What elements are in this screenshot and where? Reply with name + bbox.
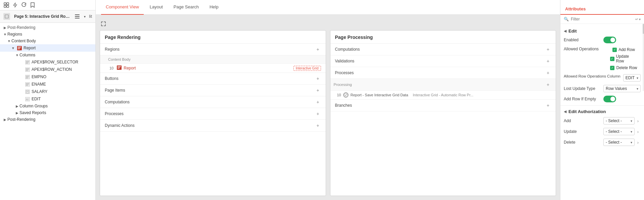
expand-icon[interactable] <box>100 20 107 28</box>
tree-item-ename[interactable]: ENAME <box>0 81 95 88</box>
update-auth-row: Update - Select - ▾ › <box>560 126 644 137</box>
allowed-ops-label: Allowed Operations <box>564 47 601 51</box>
toggle-row-selector <box>19 60 24 64</box>
tab-page-search[interactable]: Page Search <box>169 0 203 15</box>
add-branches-button[interactable]: + <box>545 102 551 108</box>
svg-rect-17 <box>26 68 29 69</box>
add-validations-button[interactable]: + <box>545 58 551 64</box>
tree-item-post-rendering[interactable]: ▶ Post-Rendering <box>0 116 95 123</box>
flash-icon[interactable] <box>12 2 18 8</box>
add-buttons-button[interactable]: + <box>315 76 321 82</box>
process-icon <box>343 92 349 98</box>
add-regions-button[interactable]: + <box>315 46 321 52</box>
report-label: Report <box>24 46 36 50</box>
col-icon-ename <box>25 82 30 87</box>
lit-label: lit <box>89 14 92 19</box>
tree-item-edit[interactable]: AI EDIT <box>0 95 95 103</box>
add-pp-processes-button[interactable]: + <box>545 70 551 76</box>
chevron-down-icon[interactable]: ▾ <box>82 13 88 19</box>
svg-rect-30 <box>27 91 28 92</box>
tree-item-pre-rendering[interactable]: ▶ Post-Rendering <box>0 24 95 31</box>
page-rendering-title: Page Rendering <box>100 31 326 44</box>
tab-component-view[interactable]: Component View <box>101 0 144 15</box>
filter-input[interactable] <box>571 17 633 21</box>
add-auth-value: - Select - ▾ › <box>603 117 641 124</box>
tree-item-apex-row-selector[interactable]: APEX$ROW_SELECTOR <box>0 58 95 66</box>
tree-item-columns[interactable]: ▼ Columns <box>0 52 95 58</box>
validations-row: Validations + <box>330 55 556 67</box>
columns-label: Columns <box>19 53 35 57</box>
report-item-label: Report <box>124 66 136 70</box>
svg-rect-10 <box>18 48 20 48</box>
delete-auth-nav-button[interactable]: › <box>635 140 641 145</box>
processing-item[interactable]: 10 Report - Save Interactive Grid Data I… <box>330 91 556 100</box>
col-icon-row-action <box>25 67 30 72</box>
enabled-switch[interactable] <box>603 37 616 43</box>
report-item[interactable]: 10 Report Interactive Grid <box>100 64 326 73</box>
attributes-tab[interactable]: Attributes <box>565 6 586 15</box>
tab-help[interactable]: Help <box>205 0 223 15</box>
update-auth-nav-button[interactable]: › <box>635 129 641 134</box>
bookmark-icon[interactable] <box>30 2 36 8</box>
lost-update-type-value: Row Values ▾ <box>603 85 641 92</box>
add-processes-button[interactable]: + <box>315 111 321 117</box>
tree-item-apex-row-action[interactable]: APEX$ROW_ACTION <box>0 66 95 73</box>
update-row-checkbox[interactable] <box>610 57 614 61</box>
page-icon <box>3 13 10 20</box>
edit-auth-section-header[interactable]: ◀ Edit Authorization <box>560 107 644 115</box>
svg-rect-14 <box>26 62 29 62</box>
svg-text:AI: AI <box>26 98 29 101</box>
pp-processes-label: Processes <box>335 70 354 75</box>
svg-rect-4 <box>5 15 8 18</box>
svg-rect-23 <box>26 78 28 78</box>
tree-item-report[interactable]: ▼ Report <box>0 44 95 52</box>
edit-auth-section-label: Edit Authorization <box>568 109 606 114</box>
branches-row: Branches + <box>330 100 556 111</box>
tree-item-regions[interactable]: ▼ Regions <box>0 31 95 38</box>
grid-icon[interactable] <box>3 2 9 8</box>
add-auth-select-arrow: ▾ <box>631 119 632 123</box>
add-dynamic-actions-button[interactable]: + <box>315 122 321 129</box>
refresh-icon[interactable] <box>21 2 27 8</box>
tab-layout[interactable]: Layout <box>145 0 168 15</box>
edit-section-label: Edit <box>568 29 577 34</box>
sidebar-tree: ▶ Post-Rendering ▼ Regions ▼ Content Bod… <box>0 23 95 200</box>
tree-item-saved-reports[interactable]: ▶ Saved Reports <box>0 109 95 116</box>
canvas-toolbar <box>100 19 556 30</box>
delete-row-checkbox[interactable] <box>610 66 614 70</box>
tree-item-column-groups[interactable]: ▶ Column Groups <box>0 103 95 109</box>
add-processing-button[interactable]: + <box>545 82 551 88</box>
update-row-checkbox-row: Update Row <box>603 53 641 64</box>
add-auth-select[interactable]: - Select - ▾ <box>603 117 635 124</box>
svg-rect-13 <box>26 61 29 61</box>
toggle-report: ▼ <box>11 46 15 50</box>
allowed-row-ops-col-row: Allowed Row Operations Column EDIT ▾ <box>560 72 644 83</box>
lost-update-type-select[interactable]: Row Values ▾ <box>603 85 641 92</box>
toggle-regions: ▼ <box>3 32 7 37</box>
add-computations-button[interactable]: + <box>315 99 321 105</box>
apex-row-selector-label: APEX$ROW_SELECTOR <box>32 60 78 64</box>
tree-item-content-body[interactable]: ▼ Content Body <box>0 38 95 44</box>
list-view-icon[interactable] <box>74 13 80 19</box>
filter-controls: ↵ ▾ <box>635 17 641 21</box>
svg-rect-27 <box>26 85 28 86</box>
edit-section-header[interactable]: ◀ Edit <box>560 27 644 35</box>
return-icon: ↵ <box>635 17 638 21</box>
toggle-column-groups: ▶ <box>15 104 19 108</box>
add-row-if-empty-switch[interactable] <box>603 96 616 102</box>
update-auth-select[interactable]: - Select - ▾ <box>603 128 635 135</box>
update-auth-value: - Select - ▾ › <box>603 128 641 135</box>
tree-item-salary[interactable]: SALARY <box>0 88 95 95</box>
delete-auth-select[interactable]: - Select - ▾ <box>603 139 635 146</box>
add-page-items-button[interactable]: + <box>315 87 321 93</box>
empno-label: EMPNO <box>32 74 46 79</box>
add-row-checkbox[interactable] <box>612 48 617 52</box>
tree-item-empno[interactable]: EMPNO <box>0 73 95 81</box>
add-auth-nav-button[interactable]: › <box>635 118 641 123</box>
add-pp-computations-button[interactable]: + <box>545 46 551 52</box>
buttons-label: Buttons <box>105 76 119 81</box>
svg-rect-36 <box>118 68 120 69</box>
edit-auth-collapse-icon: ◀ <box>564 109 566 114</box>
allowed-row-ops-select[interactable]: EDIT ▾ <box>623 74 641 82</box>
add-row-label: Add Row <box>618 47 635 52</box>
